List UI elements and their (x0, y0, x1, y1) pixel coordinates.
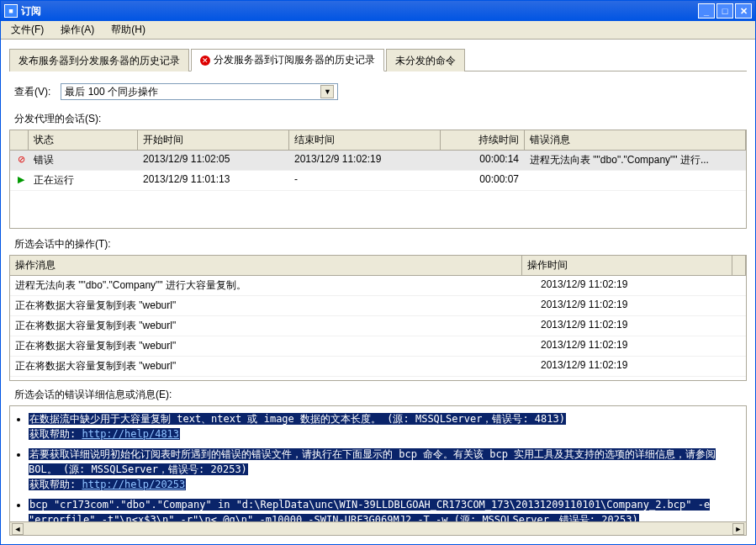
tab-label: 未分发的命令 (395, 54, 456, 68)
scroll-right-icon[interactable]: ► (732, 523, 744, 535)
detail-box[interactable]: 在数据流中缺少用于大容量复制 text、ntext 或 image 数据的文本长… (9, 405, 747, 522)
view-selected: 最后 100 个同步操作 (65, 85, 158, 99)
detail-item: bcp "cr173com"."dbo"."Company" in "d:\Re… (29, 497, 737, 522)
menu-help[interactable]: 帮助(H) (104, 21, 152, 39)
title-bar[interactable]: ■ 订阅 _ □ ✕ (1, 1, 755, 21)
col-duration[interactable]: 持续时间 (441, 130, 525, 150)
view-label: 查看(V): (14, 85, 50, 99)
detail-text: 若要获取详细说明初始化订阅表时所遇到的错误的错误文件，请执行在下面显示的 bcp… (29, 448, 716, 475)
cell-duration: 00:00:07 (441, 171, 525, 190)
cell-time: 2013/12/9 11:02:19 (536, 316, 746, 336)
op-row[interactable]: 正在将数据大容量复制到表 "weburl" 2013/12/9 11:02:19 (10, 316, 746, 336)
tab-strip: 发布服务器到分发服务器的历史记录 ✕ 分发服务器到订阅服务器的历史记录 未分发的… (9, 48, 747, 71)
close-button[interactable]: ✕ (735, 3, 752, 19)
app-window: ■ 订阅 _ □ ✕ 文件(F) 操作(A) 帮助(H) 发布服务器到分发服务器… (0, 0, 756, 545)
content-area: 发布服务器到分发服务器的历史记录 ✕ 分发服务器到订阅服务器的历史记录 未分发的… (1, 40, 755, 544)
help-label: 获取帮助: (29, 479, 76, 490)
cell-time: 2013/12/9 11:02:19 (536, 377, 746, 380)
help-link[interactable]: http://help/4813 (82, 428, 179, 440)
col-start[interactable]: 开始时间 (138, 130, 289, 150)
ops-label: 所选会话中的操作(T): (14, 237, 747, 251)
scrollbar-gutter (732, 256, 746, 275)
col-end[interactable]: 结束时间 (289, 130, 441, 150)
cell-time: 2013/12/9 11:02:19 (536, 336, 746, 356)
detail-item: 在数据流中缺少用于大容量复制 text、ntext 或 image 数据的文本长… (29, 411, 737, 442)
session-row[interactable]: ▶ 正在运行 2013/12/9 11:01:13 - 00:00:07 (10, 171, 746, 191)
running-icon: ▶ (15, 174, 27, 186)
col-op-time[interactable]: 操作时间 (522, 256, 732, 275)
op-row[interactable]: 正在将数据大容量复制到表 "weburl" 2013/12/9 11:02:19 (10, 377, 746, 380)
tab-undistributed-commands[interactable]: 未分发的命令 (386, 49, 465, 71)
cell-start: 2013/12/9 11:02:05 (138, 151, 289, 170)
tab-label: 发布服务器到分发服务器的历史记录 (19, 54, 180, 68)
cell-end: - (289, 171, 441, 190)
menu-file[interactable]: 文件(F) (4, 21, 50, 39)
help-link[interactable]: http://help/20253 (82, 479, 185, 490)
cell-msg: 正在将数据大容量复制到表 "weburl" (10, 377, 536, 380)
sessions-label: 分发代理的会话(S): (14, 112, 747, 126)
cell-error (525, 171, 746, 190)
cell-msg: 正在将数据大容量复制到表 "weburl" (10, 296, 536, 315)
cell-error: 进程无法向表 ""dbo"."Company"" 进行... (525, 151, 746, 170)
ops-body[interactable]: 进程无法向表 ""dbo"."Company"" 进行大容量复制。 2013/1… (10, 276, 746, 380)
detail-label: 所选会话的错误详细信息或消息(E): (14, 388, 747, 402)
col-error[interactable]: 错误消息 (525, 130, 746, 150)
tab-label: 分发服务器到订阅服务器的历史记录 (214, 53, 375, 67)
cell-msg: 正在将数据大容量复制到表 "weburl" (10, 316, 536, 336)
cell-msg: 正在将数据大容量复制到表 "weburl" (10, 336, 536, 356)
cell-time: 2013/12/9 11:02:19 (536, 276, 746, 295)
cell-msg: 进程无法向表 ""dbo"."Company"" 进行大容量复制。 (10, 276, 536, 295)
sessions-body[interactable]: ⊘ 错误 2013/12/9 11:02:05 2013/12/9 11:02:… (10, 151, 746, 228)
op-row[interactable]: 正在将数据大容量复制到表 "weburl" 2013/12/9 11:02:19 (10, 296, 746, 316)
session-row[interactable]: ⊘ 错误 2013/12/9 11:02:05 2013/12/9 11:02:… (10, 151, 746, 171)
detail-text: 在数据流中缺少用于大容量复制 text、ntext 或 image 数据的文本长… (29, 413, 566, 425)
cell-time: 2013/12/9 11:02:19 (536, 296, 746, 315)
view-combobox[interactable]: 最后 100 个同步操作 ▼ (61, 83, 338, 100)
menu-action[interactable]: 操作(A) (54, 21, 101, 39)
col-icon[interactable] (10, 130, 29, 150)
op-row[interactable]: 正在将数据大容量复制到表 "weburl" 2013/12/9 11:02:19 (10, 357, 746, 377)
op-row[interactable]: 正在将数据大容量复制到表 "weburl" 2013/12/9 11:02:19 (10, 336, 746, 357)
cell-status: 错误 (29, 151, 138, 170)
op-row[interactable]: 进程无法向表 ""dbo"."Company"" 进行大容量复制。 2013/1… (10, 276, 746, 296)
chevron-down-icon: ▼ (320, 85, 334, 98)
menu-bar: 文件(F) 操作(A) 帮助(H) (1, 21, 755, 40)
horizontal-scrollbar[interactable]: ◄ ► (9, 522, 747, 536)
cell-msg: 正在将数据大容量复制到表 "weburl" (10, 357, 536, 376)
cell-time: 2013/12/9 11:02:19 (536, 357, 746, 376)
detail-text: bcp "cr173com"."dbo"."Company" in "d:\Re… (29, 499, 710, 522)
help-label: 获取帮助: (29, 428, 76, 440)
error-icon: ✕ (200, 56, 210, 66)
maximize-button[interactable]: □ (716, 3, 733, 19)
error-icon: ⊘ (15, 154, 27, 166)
detail-item: 若要获取详细说明初始化订阅表时所遇到的错误的错误文件，请执行在下面显示的 bcp… (29, 447, 737, 492)
cell-end: 2013/12/9 11:02:19 (289, 151, 441, 170)
minimize-button[interactable]: _ (698, 3, 715, 19)
app-icon: ■ (4, 4, 18, 18)
sessions-grid: 状态 开始时间 结束时间 持续时间 错误消息 ⊘ 错误 2013/12/9 11… (9, 130, 747, 229)
col-status[interactable]: 状态 (29, 130, 138, 150)
window-title: 订阅 (21, 4, 698, 19)
tab-distributor-history[interactable]: ✕ 分发服务器到订阅服务器的历史记录 (191, 49, 384, 71)
cell-status: 正在运行 (29, 171, 138, 190)
scroll-left-icon[interactable]: ◄ (12, 523, 24, 535)
ops-grid: 操作消息 操作时间 进程无法向表 ""dbo"."Company"" 进行大容量… (9, 255, 747, 381)
sessions-header: 状态 开始时间 结束时间 持续时间 错误消息 (10, 130, 746, 151)
view-row: 查看(V): 最后 100 个同步操作 ▼ (14, 83, 747, 100)
cell-start: 2013/12/9 11:01:13 (138, 171, 289, 190)
cell-duration: 00:00:14 (441, 151, 525, 170)
tab-publisher-history[interactable]: 发布服务器到分发服务器的历史记录 (9, 49, 189, 71)
ops-header: 操作消息 操作时间 (10, 256, 746, 276)
col-op-msg[interactable]: 操作消息 (10, 256, 522, 275)
